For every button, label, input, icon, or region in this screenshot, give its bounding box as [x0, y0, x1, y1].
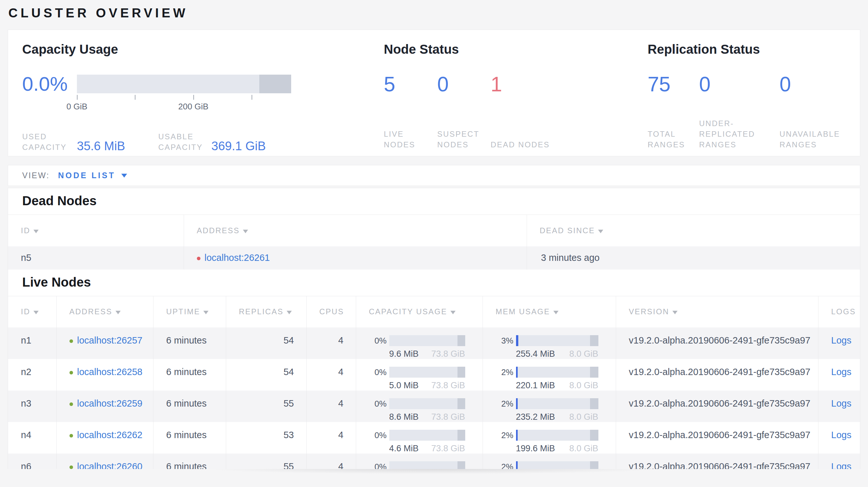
dead-col-header-id[interactable]: ID — [8, 215, 184, 247]
mem-total-value: 8.0 GiB — [569, 381, 598, 390]
live-node-address-link[interactable]: localhost:26259 — [77, 398, 143, 409]
live-node-cpus: 4 — [306, 454, 356, 469]
mem-used-value: 199.6 MiB — [516, 444, 555, 454]
live-node-mem-usage-cell: 2% 199.6 MiB 8.0 GiB — [483, 422, 616, 454]
mem-total-value: 8.0 GiB — [569, 349, 598, 359]
capacity-usage-bar — [389, 367, 465, 378]
capacity-bar-other-segment — [259, 75, 291, 93]
live-node-logs-cell: Logs — [818, 359, 860, 390]
capacity-usage-bar: 0 GiB 200 GiB — [77, 75, 291, 111]
dead-node-address-link[interactable]: localhost:26261 — [205, 253, 270, 263]
live-col-header-mem-usage[interactable]: MEM USAGE — [483, 296, 616, 327]
bottom-content-shadow — [0, 469, 868, 487]
dead-node-address-cell: localhost:26261 — [184, 247, 527, 269]
used-capacity-label: USED CAPACITY — [22, 131, 77, 153]
live-col-header-replicas[interactable]: REPLICAS — [226, 296, 306, 327]
live-col-header-address[interactable]: ADDRESS — [56, 296, 153, 327]
logs-link[interactable]: Logs — [831, 367, 851, 377]
live-node-row: n4 localhost:26262 6 minutes 53 4 0% — [8, 422, 860, 454]
live-col-header-id[interactable]: ID — [8, 296, 56, 327]
live-node-mem-usage-cell: 3% 255.4 MiB 8.0 GiB — [483, 327, 616, 359]
mem-other-segment — [590, 430, 598, 441]
live-col-header-uptime[interactable]: UPTIME — [153, 296, 226, 327]
mem-used-fill — [516, 367, 518, 378]
live-node-id: n6 — [8, 454, 56, 469]
live-node-address-link[interactable]: localhost:26262 — [77, 430, 143, 440]
view-selector-bar: VIEW: NODE LIST — [8, 165, 860, 186]
mem-other-segment — [590, 335, 598, 346]
live-status-dot-icon — [69, 339, 73, 343]
live-node-version: v19.2.0-alpha.20190606-2491-gfe735c9a97 — [616, 359, 818, 390]
live-node-address-link[interactable]: localhost:26258 — [77, 367, 143, 377]
live-node-mem-usage-cell: 2% 220.1 MiB 8.0 GiB — [483, 359, 616, 390]
mem-used-value: 255.4 MiB — [516, 349, 555, 359]
capacity-other-segment — [458, 398, 465, 409]
logs-link[interactable]: Logs — [831, 398, 851, 409]
logs-link[interactable]: Logs — [831, 430, 851, 440]
live-nodes-heading: Live Nodes — [8, 269, 860, 296]
sort-desc-icon — [672, 311, 678, 314]
under-replicated-ranges-label: UNDER-REPLICATED RANGES — [699, 118, 770, 150]
live-col-header-cpus[interactable]: CPUS — [306, 296, 356, 327]
under-replicated-ranges-stat: 0 UNDER-REPLICATED RANGES — [699, 73, 779, 150]
capacity-used-percent: 0.0% — [22, 73, 70, 95]
suspect-nodes-count: 0 — [437, 73, 481, 95]
mem-other-segment — [590, 367, 598, 378]
live-node-cpus: 4 — [306, 390, 356, 422]
live-node-uptime: 6 minutes — [153, 359, 226, 390]
live-col-header-capacity-usage[interactable]: CAPACITY USAGE — [356, 296, 483, 327]
live-status-dot-icon — [69, 434, 73, 437]
mem-used-fill — [516, 398, 518, 409]
chevron-down-icon — [121, 174, 127, 177]
capacity-used-value: 5.0 MiB — [389, 381, 419, 390]
node-status-section: Node Status 5 LIVE NODES 0 SUSPECT NODES… — [384, 42, 635, 150]
capacity-axis-label-0: 0 GiB — [66, 102, 87, 111]
live-node-address-link[interactable]: localhost:26260 — [77, 461, 143, 469]
sort-desc-icon — [203, 311, 209, 314]
logs-link[interactable]: Logs — [831, 461, 851, 469]
live-node-cpus: 4 — [306, 327, 356, 359]
live-node-address-link[interactable]: localhost:26257 — [77, 335, 143, 346]
sort-desc-icon — [33, 311, 39, 314]
mem-usage-bar — [516, 398, 598, 409]
dead-col-header-dead-since[interactable]: DEAD SINCE — [527, 215, 860, 247]
replication-status-title: Replication Status — [648, 42, 860, 57]
mem-percent: 2% — [496, 367, 514, 377]
live-node-row: n3 localhost:26259 6 minutes 55 4 0% — [8, 390, 860, 422]
mem-total-value: 8.0 GiB — [569, 412, 598, 422]
view-dropdown[interactable]: NODE LIST — [58, 171, 127, 180]
usable-capacity-label: USABLE CAPACITY — [158, 131, 211, 153]
live-node-cpus: 4 — [306, 359, 356, 390]
live-nodes-stat: 5 LIVE NODES — [384, 73, 437, 150]
live-col-header-version[interactable]: VERSION — [616, 296, 818, 327]
mem-used-fill — [516, 430, 518, 441]
live-node-uptime: 6 minutes — [153, 327, 226, 359]
logs-link[interactable]: Logs — [831, 335, 851, 346]
capacity-usage-bar — [389, 335, 465, 346]
mem-percent: 2% — [496, 462, 514, 469]
dead-col-header-address[interactable]: ADDRESS — [184, 215, 527, 247]
capacity-total-value: 73.8 GiB — [431, 412, 465, 422]
sort-desc-icon — [243, 230, 248, 233]
page-title: CLUSTER OVERVIEW — [0, 0, 868, 20]
capacity-used-value: 9.6 MiB — [389, 349, 419, 359]
sort-desc-icon — [451, 311, 456, 314]
unavailable-ranges-count: 0 — [779, 73, 850, 95]
dead-nodes-count: 1 — [491, 73, 552, 95]
capacity-used-value: 8.6 MiB — [389, 412, 419, 422]
live-col-header-logs[interactable]: LOGS — [818, 296, 860, 327]
capacity-percent: 0% — [369, 336, 387, 346]
live-status-dot-icon — [69, 465, 73, 469]
live-node-address-cell: localhost:26262 — [56, 422, 153, 454]
capacity-usage-bar — [389, 430, 465, 441]
unavailable-ranges-stat: 0 UNAVAILABLE RANGES — [779, 73, 860, 150]
mem-usage-bar — [516, 461, 598, 469]
live-status-dot-icon — [69, 402, 73, 406]
live-node-version: v19.2.0-alpha.20190606-2491-gfe735c9a97 — [616, 454, 818, 469]
mem-other-segment — [590, 398, 598, 409]
suspect-nodes-label: SUSPECT NODES — [437, 129, 481, 150]
capacity-other-segment — [458, 461, 465, 469]
mem-percent: 3% — [496, 336, 514, 346]
live-nodes-table: ID ADDRESS UPTIME REPLICAS CPUS CAPACITY… — [8, 296, 860, 469]
live-node-row: n6 localhost:26260 6 minutes 55 4 0% — [8, 454, 860, 469]
